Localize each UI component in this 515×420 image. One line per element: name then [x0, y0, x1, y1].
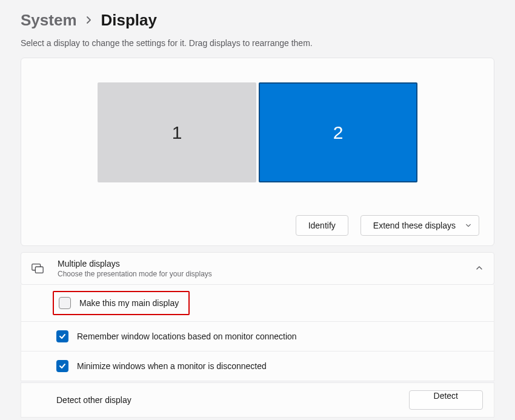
page-title: Display — [101, 11, 158, 30]
svg-rect-1 — [35, 267, 43, 273]
detect-button[interactable]: Detect — [409, 390, 483, 410]
main-display-highlight: Make this my main display — [53, 291, 190, 315]
breadcrumb: System Display — [21, 11, 494, 30]
multiple-displays-title: Multiple displays — [58, 259, 476, 268]
identify-button[interactable]: Identify — [296, 215, 348, 236]
main-display-label: Make this my main display — [79, 298, 179, 308]
remember-locations-label: Remember window locations based on monit… — [77, 332, 483, 341]
display-arrangement-card: 1 2 Identify Extend these displays — [21, 58, 494, 246]
remember-locations-checkbox[interactable] — [56, 330, 68, 342]
detect-display-label: Detect other display — [56, 395, 409, 405]
option-main-display-row: Make this my main display — [21, 285, 494, 322]
monitor-2[interactable]: 2 — [259, 82, 417, 182]
multiple-displays-desc: Choose the presentation mode for your di… — [58, 270, 476, 278]
multiple-displays-expander[interactable]: Multiple displays Choose the presentatio… — [21, 252, 494, 285]
minimize-disconnect-label: Minimize windows when a monitor is disco… — [77, 361, 483, 371]
display-mode-label: Extend these displays — [373, 221, 456, 230]
display-mode-dropdown[interactable]: Extend these displays — [360, 215, 479, 236]
monitor-1[interactable]: 1 — [98, 82, 256, 182]
display-actions: Identify Extend these displays — [36, 215, 479, 236]
option-minimize-disconnect-row: Minimize windows when a monitor is disco… — [21, 352, 494, 381]
chevron-up-icon — [476, 263, 483, 274]
breadcrumb-parent[interactable]: System — [21, 11, 77, 30]
multiple-displays-icon — [31, 262, 44, 275]
page-subtitle: Select a display to change the settings … — [21, 38, 494, 48]
monitors-area[interactable]: 1 2 — [36, 82, 479, 182]
main-display-checkbox[interactable] — [59, 297, 71, 309]
minimize-disconnect-checkbox[interactable] — [56, 360, 68, 372]
chevron-right-icon — [85, 14, 93, 27]
detect-display-row: Detect other display Detect — [21, 382, 494, 418]
option-remember-locations-row: Remember window locations based on monit… — [21, 322, 494, 352]
chevron-down-icon — [465, 221, 471, 230]
